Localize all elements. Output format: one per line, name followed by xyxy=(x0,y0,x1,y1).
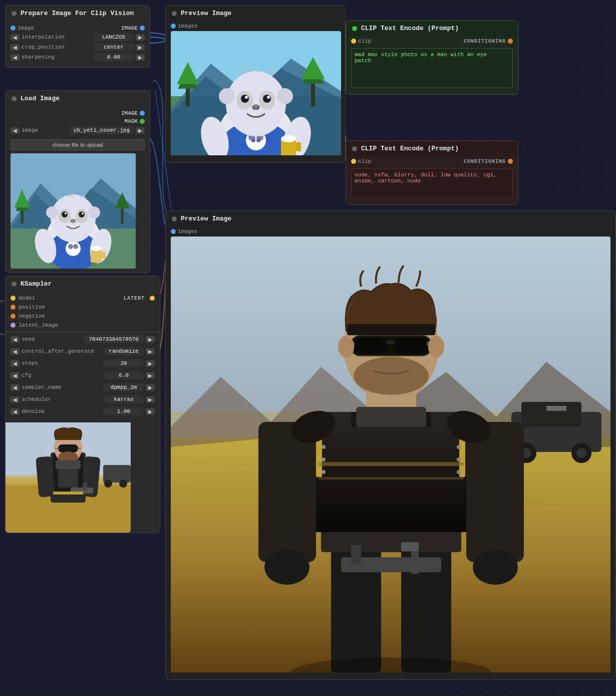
clip-pos-header: CLIP Text Encode (Prompt) xyxy=(346,21,518,36)
clip-pos-conditioning-dot xyxy=(508,39,513,44)
cfg-right-btn[interactable]: ▶ xyxy=(146,372,155,379)
svg-rect-96 xyxy=(521,402,581,427)
sharpening-label: sharpening xyxy=(22,54,55,60)
svg-point-16 xyxy=(73,244,78,249)
svg-rect-9 xyxy=(121,206,124,223)
svg-point-76 xyxy=(245,96,248,99)
svg-point-17 xyxy=(51,194,96,243)
control-row: ◀ control_after_generate randomize ▶ xyxy=(6,346,160,356)
upload-button[interactable]: choose file to upload xyxy=(11,139,145,150)
image-file-row: ◀ image yb_yeti_cover.jpg ▶ xyxy=(11,126,145,134)
preview-bottom-status-dot xyxy=(172,216,177,221)
svg-point-142 xyxy=(457,470,461,474)
prepare-image-status-dot xyxy=(12,11,17,16)
denoise-value: 1.00 xyxy=(104,407,144,415)
prepare-image-body: image IMAGE ◀ interpolation LANCZOS ▶ ◀ … xyxy=(6,21,150,67)
svg-point-14 xyxy=(66,241,81,256)
crop-right-btn[interactable]: ▶ xyxy=(136,44,145,51)
ksampler-body: model LATENT positive negative latent_im… xyxy=(6,292,160,422)
svg-point-140 xyxy=(457,445,461,449)
latent-port: latent_image xyxy=(6,321,160,330)
crop-label: crop_position xyxy=(22,44,65,50)
preview-bottom-images-row: images xyxy=(166,226,615,237)
image-port-dot xyxy=(11,26,16,31)
svg-point-115 xyxy=(473,550,518,585)
preview-bottom-title: Preview Image xyxy=(181,215,231,222)
steps-row: ◀ steps 20 ▶ xyxy=(6,358,160,368)
preview-top-images-label: images xyxy=(178,23,198,29)
steps-label: steps xyxy=(22,360,38,366)
scheduler-row: ◀ scheduler karras ▶ xyxy=(6,394,160,404)
svg-point-75 xyxy=(263,95,271,103)
sharpening-row: ◀ sharpening 0.00 ▶ xyxy=(11,53,145,61)
mask-output-row: MASK xyxy=(11,118,145,124)
svg-point-38 xyxy=(119,480,127,488)
sampler-right-btn[interactable]: ▶ xyxy=(146,384,155,391)
preview-top-images-row: images xyxy=(166,21,345,31)
clip-pos-title: CLIP Text Encode (Prompt) xyxy=(361,25,459,32)
preview-top-images-dot xyxy=(171,24,176,29)
clip-neg-conditioning-badge: CONDITIONING xyxy=(464,159,506,164)
sampler-label: sampler_name xyxy=(22,384,61,390)
clip-neg-header: CLIP Text Encode (Prompt) xyxy=(346,141,518,156)
cfg-label: cfg xyxy=(22,372,32,378)
ksampler-status-dot xyxy=(12,282,17,287)
steps-right-btn[interactable]: ▶ xyxy=(146,360,155,367)
load-image-output-dot xyxy=(140,111,145,116)
scheduler-left-btn[interactable]: ◀ xyxy=(11,396,20,403)
image-file-right-btn[interactable]: ▶ xyxy=(136,127,145,134)
denoise-right-btn[interactable]: ▶ xyxy=(146,408,155,415)
image-type-label: IMAGE xyxy=(121,25,138,31)
control-right-btn[interactable]: ▶ xyxy=(146,348,155,355)
negative-input-dot xyxy=(11,314,16,319)
load-image-title: Load Image xyxy=(21,95,60,102)
svg-point-79 xyxy=(252,106,255,109)
load-image-thumbnail xyxy=(11,153,136,269)
control-left-btn[interactable]: ◀ xyxy=(11,348,20,355)
sharpening-left-btn[interactable]: ◀ xyxy=(11,54,20,61)
ksampler-header: KSampler xyxy=(6,276,160,292)
seed-left-btn[interactable]: ◀ xyxy=(11,336,20,343)
clip-neg-prompt-textarea[interactable]: nude, nsfw, blurry, dull, low quality, c… xyxy=(351,168,513,198)
clip-neg-clip-label: clip xyxy=(358,158,371,164)
seed-right-btn[interactable]: ▶ xyxy=(146,336,155,343)
steps-value: 20 xyxy=(104,359,144,367)
crop-left-btn[interactable]: ◀ xyxy=(11,44,20,51)
interpolation-left-btn[interactable]: ◀ xyxy=(11,34,20,41)
preview-bottom-images-dot xyxy=(171,229,176,234)
clip-pos-clip-label: clip xyxy=(358,38,371,44)
steps-left-btn[interactable]: ◀ xyxy=(11,360,20,367)
preview-image-top-node: Preview Image images xyxy=(165,5,346,163)
svg-point-77 xyxy=(267,96,270,99)
scheduler-right-btn[interactable]: ▶ xyxy=(146,396,155,403)
svg-point-139 xyxy=(322,470,326,474)
denoise-left-btn[interactable]: ◀ xyxy=(11,408,20,415)
svg-rect-127 xyxy=(386,341,395,344)
seed-row: ◀ seed 704073384578570 ▶ xyxy=(6,334,160,344)
load-image-header: Load Image xyxy=(6,91,150,106)
svg-rect-123 xyxy=(347,324,435,335)
svg-point-31 xyxy=(88,206,100,218)
svg-point-22 xyxy=(65,212,67,214)
preview-top-header: Preview Image xyxy=(166,6,345,21)
interpolation-right-btn[interactable]: ▶ xyxy=(136,34,145,41)
cfg-left-btn[interactable]: ◀ xyxy=(11,372,20,379)
preview-bottom-images-label: images xyxy=(178,228,198,235)
model-input-dot xyxy=(11,296,16,301)
clip-pos-clip-row: clip CONDITIONING xyxy=(346,36,518,46)
svg-point-37 xyxy=(104,480,112,488)
clip-pos-prompt-textarea[interactable]: mad max style photo os a man with an eye… xyxy=(351,48,513,88)
image-file-left-btn[interactable]: ◀ xyxy=(11,127,20,134)
svg-rect-101 xyxy=(546,406,566,411)
latent-input-dot xyxy=(11,323,16,328)
svg-point-70 xyxy=(256,138,260,142)
model-port: model LATENT xyxy=(6,294,160,303)
svg-point-137 xyxy=(322,445,326,449)
latent-output-dot xyxy=(150,296,155,301)
sharpening-right-btn[interactable]: ▶ xyxy=(136,54,145,61)
sampler-left-btn[interactable]: ◀ xyxy=(11,384,20,391)
load-mask-output-dot xyxy=(140,119,145,124)
sharpening-value: 0.00 xyxy=(94,53,134,61)
clip-pos-conditioning-badge: CONDITIONING xyxy=(464,39,506,44)
clip-neg-clip-row: clip CONDITIONING xyxy=(346,156,518,166)
